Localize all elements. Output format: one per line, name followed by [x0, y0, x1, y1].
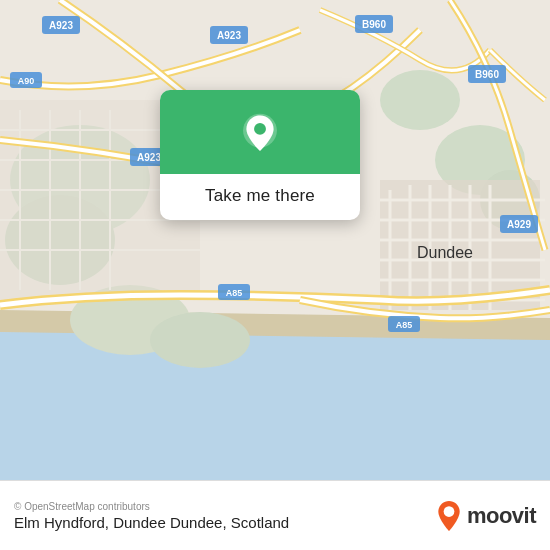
svg-text:Dundee: Dundee	[417, 244, 473, 261]
popup-top	[160, 90, 360, 174]
svg-point-58	[444, 506, 455, 517]
moovit-logo: moovit	[435, 500, 536, 532]
popup-bottom[interactable]: Take me there	[160, 174, 360, 220]
location-name: Elm Hyndford, Dundee Dundee, Scotland	[14, 514, 289, 531]
svg-text:A90: A90	[18, 76, 35, 86]
bottom-bar: © OpenStreetMap contributors Elm Hyndfor…	[0, 480, 550, 550]
svg-text:A923: A923	[217, 30, 241, 41]
svg-text:B960: B960	[362, 19, 386, 30]
map-container: A923 A90 A923 A923 B960 B960 A929 A85 A8…	[0, 0, 550, 480]
svg-text:A923: A923	[49, 20, 73, 31]
svg-text:B960: B960	[475, 69, 499, 80]
svg-marker-4	[0, 320, 550, 480]
popup-card: Take me there	[160, 90, 360, 220]
map-attribution: © OpenStreetMap contributors	[14, 501, 289, 512]
svg-point-9	[150, 312, 250, 368]
svg-text:A85: A85	[396, 320, 413, 330]
location-pin-icon	[238, 112, 282, 156]
moovit-pin-icon	[435, 500, 463, 532]
moovit-text: moovit	[467, 503, 536, 529]
take-me-there-button[interactable]: Take me there	[205, 186, 315, 206]
svg-point-57	[254, 123, 266, 135]
svg-text:A929: A929	[507, 219, 531, 230]
svg-text:A85: A85	[226, 288, 243, 298]
bottom-left: © OpenStreetMap contributors Elm Hyndfor…	[14, 501, 289, 531]
svg-point-12	[380, 70, 460, 130]
svg-text:A923: A923	[137, 152, 161, 163]
